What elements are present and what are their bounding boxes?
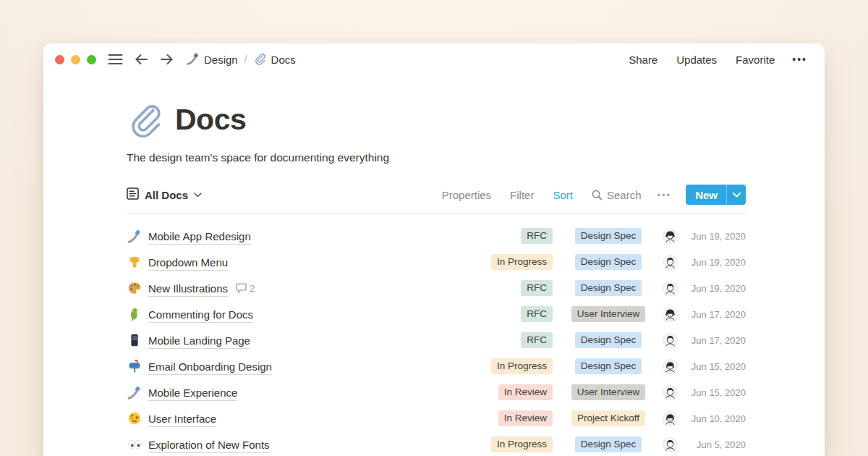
page-title: Docs <box>175 103 246 137</box>
new-button-label: New <box>686 185 726 205</box>
row-date: Jun 17, 2020 <box>685 309 746 320</box>
share-button[interactable]: Share <box>629 54 658 66</box>
status-tag[interactable]: In Progress <box>491 254 553 270</box>
pointing-down-icon <box>127 255 142 270</box>
breadcrumb-label: Design <box>204 54 238 66</box>
zoom-button[interactable] <box>87 55 96 64</box>
status-tag[interactable]: In Review <box>498 410 553 426</box>
search-label: Search <box>607 189 642 201</box>
status-tag[interactable]: RFC <box>521 332 553 348</box>
status-tag[interactable]: RFC <box>521 306 553 322</box>
paintbrush-icon <box>187 52 200 67</box>
doc-type-tag[interactable]: Design Spec <box>575 228 642 244</box>
table-row: Mobile Experience In Review User Intervi… <box>127 379 746 405</box>
doc-type-tag[interactable]: Design Spec <box>575 358 642 374</box>
window-titlebar: Design / Docs Share Updates Favorite ••• <box>43 43 825 75</box>
doc-type-tag[interactable]: Project Kickoff <box>571 410 645 426</box>
new-button[interactable]: New <box>686 185 746 205</box>
traffic-lights <box>55 55 96 64</box>
favorite-button[interactable]: Favorite <box>736 54 775 66</box>
avatar-woman <box>663 359 678 374</box>
doc-title-link[interactable]: Mobile Landing Page <box>148 334 250 347</box>
doc-title-link[interactable]: New Illustrations <box>148 282 228 295</box>
chevron-down-icon <box>194 193 202 198</box>
breadcrumb-item-docs[interactable]: Docs <box>251 51 299 69</box>
toolbar-more-icon[interactable]: ••• <box>658 190 672 200</box>
palette-icon <box>127 281 142 296</box>
more-options-icon[interactable]: ••• <box>792 54 807 65</box>
table-row: Mobile Landing Page RFC Design Spec Jun … <box>127 327 746 353</box>
row-date: Jun 5, 2020 <box>685 439 746 450</box>
search-icon <box>592 190 603 200</box>
doc-title-link[interactable]: Dropdown Menu <box>148 256 228 269</box>
table-row: Exploration of New Fonts In Progress Des… <box>127 431 746 456</box>
status-tag[interactable]: In Progress <box>491 436 553 452</box>
page-description: The design team's space for documenting … <box>127 151 746 164</box>
updates-button[interactable]: Updates <box>676 54 717 66</box>
close-button[interactable] <box>55 55 64 64</box>
parrot-icon <box>127 307 142 322</box>
table-row: User Interface In Review Project Kickoff… <box>127 405 746 431</box>
row-date: Jun 19, 2020 <box>685 257 746 268</box>
row-date: Jun 19, 2020 <box>685 283 746 294</box>
view-toolbar: All Docs Properties Filter Sort Search •… <box>127 185 746 214</box>
eyes-icon <box>127 437 142 452</box>
list-view-icon <box>127 187 139 202</box>
new-button-chevron-icon[interactable] <box>726 185 746 205</box>
doc-list: Mobile App Redesign RFC Design Spec Jun … <box>127 223 746 456</box>
comment-count[interactable]: 2 <box>236 283 255 294</box>
doc-title-link[interactable]: Email Onboarding Design <box>148 360 272 373</box>
app-window: Design / Docs Share Updates Favorite •••… <box>43 43 825 456</box>
view-switcher-label: All Docs <box>145 189 188 201</box>
doc-type-tag[interactable]: Design Spec <box>575 332 642 348</box>
breadcrumb: Design / Docs <box>184 51 299 69</box>
avatar-man <box>663 281 678 296</box>
doc-title-link[interactable]: Commenting for Docs <box>148 308 253 321</box>
doc-title-link[interactable]: User Interface <box>148 413 216 425</box>
status-tag[interactable]: RFC <box>521 280 553 296</box>
status-tag[interactable]: In Progress <box>491 358 553 374</box>
paintbrush-icon <box>127 229 142 244</box>
table-row: Dropdown Menu In Progress Design Spec Ju… <box>127 249 746 275</box>
paperclip-icon <box>254 52 267 67</box>
avatar-man <box>663 333 678 348</box>
back-button[interactable] <box>135 54 148 65</box>
doc-type-tag[interactable]: Design Spec <box>575 254 642 270</box>
status-tag[interactable]: RFC <box>521 228 553 244</box>
avatar-man <box>663 437 678 452</box>
doc-type-tag[interactable]: Design Spec <box>575 280 642 296</box>
table-row: New Illustrations 2 RFC Design Spec Jun … <box>127 275 746 301</box>
sort-button[interactable]: Sort <box>553 189 573 201</box>
page-paperclip-icon[interactable] <box>127 100 166 139</box>
doc-title-link[interactable]: Mobile Experience <box>148 387 237 399</box>
table-row: Email Onboarding Design In Progress Desi… <box>127 353 746 379</box>
mailbox-icon <box>127 359 142 374</box>
breadcrumb-item-design[interactable]: Design <box>184 51 241 69</box>
breadcrumb-label: Docs <box>271 54 296 66</box>
properties-button[interactable]: Properties <box>442 189 491 201</box>
row-date: Jun 10, 2020 <box>685 413 746 424</box>
breadcrumb-separator: / <box>244 54 247 65</box>
doc-type-tag[interactable]: Design Spec <box>575 436 642 452</box>
menu-icon[interactable] <box>108 54 123 65</box>
doc-type-tag[interactable]: User Interview <box>571 384 645 400</box>
doc-title-link[interactable]: Mobile App Redesign <box>148 230 251 242</box>
mobile-phone-icon <box>127 333 142 348</box>
forward-button[interactable] <box>160 54 174 65</box>
table-row: Commenting for Docs RFC User Interview J… <box>127 301 746 327</box>
raised-eyebrow-face-icon <box>127 411 142 426</box>
row-date: Jun 15, 2020 <box>685 387 746 398</box>
doc-title-link[interactable]: Exploration of New Fonts <box>148 439 270 451</box>
row-date: Jun 15, 2020 <box>685 361 746 372</box>
avatar-woman-headphones <box>663 307 678 322</box>
minimize-button[interactable] <box>71 55 80 64</box>
page-header: Docs <box>127 100 746 139</box>
search-button[interactable]: Search <box>592 189 642 201</box>
status-tag[interactable]: In Review <box>498 384 553 400</box>
view-switcher[interactable]: All Docs <box>127 187 202 202</box>
filter-button[interactable]: Filter <box>510 189 534 201</box>
avatar-man <box>663 255 678 270</box>
avatar-woman-headphones <box>663 229 678 244</box>
table-row: Mobile App Redesign RFC Design Spec Jun … <box>127 223 746 249</box>
doc-type-tag[interactable]: User Interview <box>571 306 645 322</box>
